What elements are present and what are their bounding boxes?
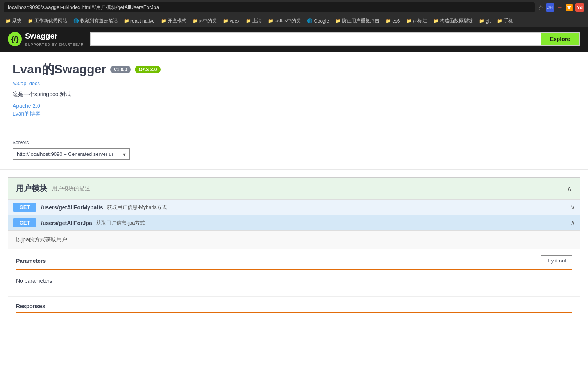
bookmark-防止用户重复点击[interactable]: 📁 防止用户重复点击 [333, 17, 382, 25]
arrow-icon: → [557, 4, 563, 11]
folder-icon: 📁 [497, 18, 502, 23]
swagger-ui: {/} Swagger Supported by SMARTBEAR /v3/a… [0, 27, 588, 381]
bookmark-es6[interactable]: 📁 es6 [383, 18, 402, 25]
swagger-logo-symbol: {/} [11, 35, 18, 43]
swagger-logo-sub: Supported by SMARTBEAR [25, 43, 84, 46]
bookmark-google[interactable]: 🌐 Google [305, 18, 331, 25]
endpoint-path-jpa: /users/getAllForJpa [41, 220, 92, 226]
no-params-text: No parameters [16, 275, 572, 290]
swagger-topbar: {/} Swagger Supported by SMARTBEAR /v3/a… [0, 27, 588, 52]
apache-link[interactable]: Apache 2.0 [13, 103, 575, 109]
endpoint-chevron-jpa[interactable]: ∧ [570, 219, 575, 227]
explore-button[interactable]: Explore [541, 33, 579, 45]
folder-icon: 📁 [223, 18, 229, 23]
swagger-logo: {/} Swagger Supported by SMARTBEAR [8, 31, 84, 47]
folder-icon: 📁 [433, 18, 439, 23]
swagger-servers-section: Servers http://localhost:9090 – Generate… [0, 132, 588, 170]
avatar-jh: JH [546, 3, 554, 12]
endpoint-summary-jpa: 获取用户信息-jpa方式 [96, 220, 145, 227]
method-badge-get: GET [13, 203, 36, 212]
swagger-logo-name: Swagger [25, 31, 84, 41]
endpoint-summary-mybatis: 获取用户信息-Mybatis方式 [107, 204, 167, 211]
endpoint-header-mybatis[interactable]: GET /users/getAllForMybatis 获取用户信息-Mybat… [8, 200, 580, 215]
folder-icon: 📁 [268, 18, 273, 23]
endpoint-description-jpa: 以jpa的方式获取用户 [8, 231, 580, 249]
folder-icon: 📁 [28, 18, 33, 23]
responses-title: Responses [16, 303, 572, 313]
swagger-info-section: Lvan的Swagger v1.0.0 OAS 3.0 /v3/api-docs… [0, 52, 588, 132]
v-icon: 🔽 [565, 4, 573, 11]
bookmark-开发模式[interactable]: 📁 开发模式 [159, 17, 189, 25]
api-section-title: 用户模块 [16, 183, 47, 194]
version-badge: v1.0.0 [110, 66, 131, 73]
bookmark-react-native[interactable]: 📁 react native [122, 18, 157, 25]
endpoint-header-jpa[interactable]: GET /users/getAllForJpa 获取用户信息-jpa方式 ∧ [8, 215, 580, 230]
avatar-yd: Yd [575, 3, 584, 12]
api-section-desc: 用户模块的描述 [52, 185, 90, 192]
swagger-logo-textblock: Swagger Supported by SMARTBEAR [25, 31, 84, 47]
params-section-jpa: Parameters Try it out No parameters [8, 249, 580, 297]
endpoint-row-jpa: GET /users/getAllForJpa 获取用户信息-jpa方式 ∧ 以… [8, 215, 580, 320]
endpoint-chevron-mybatis[interactable]: ∨ [570, 203, 575, 211]
bookmark-手机[interactable]: 📁 手机 [495, 17, 515, 25]
params-header-row: Parameters Try it out [16, 255, 572, 270]
bookmark-js中的类[interactable]: 📁 js中的类 [190, 17, 219, 25]
endpoint-path-mybatis: /users/getAllForMybatis [41, 204, 103, 211]
swagger-logo-icon: {/} [8, 32, 22, 46]
blog-link[interactable]: Lvan的博客 [13, 111, 575, 118]
bookmark-上海[interactable]: 📁 上海 [243, 17, 264, 25]
api-section-header[interactable]: 用户模块 用户模块的描述 ∧ [8, 178, 580, 199]
folder-icon: 📁 [386, 18, 391, 23]
star-icon[interactable]: ☆ [538, 4, 543, 11]
folder-icon: 📁 [193, 18, 198, 23]
folder-icon: 📁 [479, 18, 484, 23]
browser-icons: ☆ JH → 🔽 Yd [538, 3, 584, 12]
bookmark-构造函数原型链[interactable]: 📁 构造函数原型链 [431, 17, 475, 25]
bookmark-系统[interactable]: 📁 系统 [3, 17, 24, 25]
folder-icon: 📁 [246, 18, 251, 23]
api-section-用户模块: 用户模块 用户模块的描述 ∧ GET /users/getAllForMybat… [8, 177, 580, 320]
browser-chrome: localhost:9090/swagger-ui/index.html#/用户… [0, 0, 588, 27]
folder-icon: 📁 [335, 18, 341, 23]
folder-icon: 📁 [5, 18, 11, 23]
address-bar[interactable]: localhost:9090/swagger-ui/index.html#/用户… [4, 2, 535, 12]
bookmark-ps标注[interactable]: 📁 ps标注 [404, 17, 430, 25]
swagger-url-wrapper: /v3/api-docs Explore [90, 32, 580, 46]
folder-icon: 📁 [161, 18, 166, 23]
try-it-out-button[interactable]: Try it out [541, 255, 572, 266]
bookmark-收藏到有道云笔记[interactable]: 🌐 收藏到有道云笔记 [71, 17, 120, 25]
google-icon: 🌐 [307, 18, 313, 23]
bookmark-工作新优秀网站[interactable]: 📁 工作新优秀网站 [25, 17, 70, 25]
swagger-url-input[interactable]: /v3/api-docs [91, 33, 541, 45]
address-bar-row: localhost:9090/swagger-ui/index.html#/用户… [0, 0, 588, 15]
swagger-title-row: Lvan的Swagger v1.0.0 OAS 3.0 [13, 61, 575, 78]
folder-icon: 📁 [124, 18, 129, 23]
bookmark-vuex[interactable]: 📁 vuex [221, 18, 242, 25]
bookmark-es6-js中的类[interactable]: 📁 es6:js中的类 [266, 17, 303, 25]
servers-select-wrapper: http://localhost:9090 – Generated server… [13, 148, 130, 160]
responses-section-jpa: Responses [8, 297, 580, 320]
endpoint-row-mybatis: GET /users/getAllForMybatis 获取用户信息-Mybat… [8, 199, 580, 215]
method-badge-get-jpa: GET [13, 218, 36, 227]
oas-badge: OAS 3.0 [135, 66, 161, 73]
swagger-description: 这是一个springboot测试 [13, 91, 575, 98]
section-collapse-icon[interactable]: ∧ [567, 184, 572, 193]
params-title: Parameters [16, 258, 46, 264]
bookmark-git[interactable]: 📁 git [477, 18, 493, 25]
servers-label: Servers [13, 140, 575, 145]
web-icon: 🌐 [73, 18, 79, 23]
endpoint-content-jpa: 以jpa的方式获取用户 Parameters Try it out No par… [8, 230, 580, 320]
bookmarks-bar: 📁 系统 📁 工作新优秀网站 🌐 收藏到有道云笔记 📁 react native… [0, 15, 588, 27]
folder-icon: 📁 [406, 18, 412, 23]
docs-link[interactable]: /v3/api-docs [13, 80, 575, 86]
servers-select[interactable]: http://localhost:9090 – Generated server… [13, 148, 130, 160]
swagger-title: Lvan的Swagger [13, 61, 106, 78]
